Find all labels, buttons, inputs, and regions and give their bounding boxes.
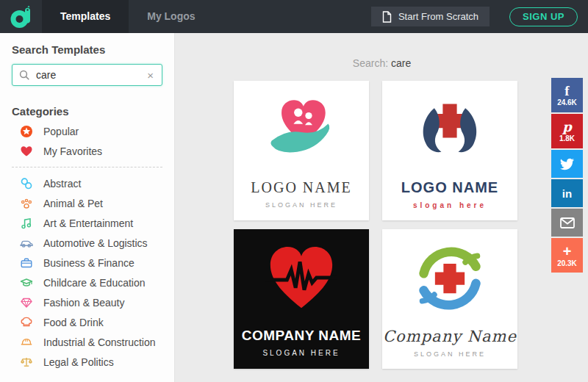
hard-hat-icon bbox=[20, 336, 33, 349]
template-logo-slogan: SLOGAN HERE bbox=[262, 349, 340, 357]
template-logo-name: Company Name bbox=[383, 328, 517, 345]
twitter-share-button[interactable] bbox=[551, 150, 583, 178]
category-label: My Favorites bbox=[43, 145, 102, 157]
cross-in-hands-logo bbox=[415, 90, 485, 172]
top-navbar: Templates My Logos Start From Scratch SI… bbox=[0, 0, 588, 33]
pinterest-icon: p bbox=[562, 120, 572, 134]
paw-icon bbox=[20, 197, 33, 210]
category-label: Legal & Politics bbox=[43, 356, 114, 368]
category-my-favorites[interactable]: My Favorites bbox=[12, 141, 162, 161]
category-animal-pet[interactable]: Animal & Pet bbox=[12, 193, 162, 213]
sidebar: Search Templates × Categories Popular bbox=[0, 33, 175, 382]
category-label: Animal & Pet bbox=[43, 198, 103, 209]
more-share-button[interactable]: + 20.3K bbox=[551, 238, 583, 273]
graduation-cap-icon bbox=[20, 276, 33, 289]
facebook-share-count: 24.6K bbox=[557, 98, 577, 107]
category-fashion-beauty[interactable]: Fashion & Beauty bbox=[12, 292, 162, 312]
diamond-icon bbox=[20, 296, 33, 309]
tab-templates[interactable]: Templates bbox=[42, 0, 129, 33]
cross-circle-hands-logo bbox=[415, 238, 485, 320]
category-label: Childcare & Education bbox=[43, 277, 146, 289]
facebook-share-button[interactable]: f 24.6K bbox=[551, 78, 583, 112]
category-food-drink[interactable]: Food & Drink bbox=[12, 312, 162, 332]
category-legal-politics[interactable]: Legal & Politics bbox=[12, 352, 162, 372]
twitter-bird-icon bbox=[560, 157, 574, 171]
search-templates-heading: Search Templates bbox=[12, 43, 162, 57]
sidebar-divider bbox=[12, 167, 162, 167]
brand-logo[interactable] bbox=[0, 0, 42, 33]
pinterest-share-count: 1.8K bbox=[559, 134, 575, 143]
template-logo-name: COMPANY NAME bbox=[242, 328, 362, 344]
category-label: Business & Finance bbox=[43, 257, 135, 269]
tab-my-logos[interactable]: My Logos bbox=[129, 0, 213, 33]
search-input[interactable] bbox=[36, 69, 146, 81]
designevo-logo-icon bbox=[10, 4, 33, 30]
template-card-heart-in-hand[interactable]: LOGO NAME SLOGAN HERE bbox=[234, 81, 369, 220]
facebook-icon: f bbox=[564, 84, 569, 98]
blank-document-icon bbox=[382, 11, 392, 23]
category-label: Food & Drink bbox=[43, 317, 104, 328]
plus-icon: + bbox=[563, 244, 572, 259]
category-label: Industrial & Construction bbox=[43, 336, 156, 348]
template-logo-slogan: SLOGAN HERE bbox=[265, 201, 337, 209]
category-label: Art & Entertainment bbox=[43, 217, 133, 229]
template-grid: LOGO NAME SLOGAN HERE LOGO NAME slogan h… bbox=[234, 81, 588, 369]
template-logo-name: LOGO NAME bbox=[251, 179, 351, 196]
results-area: Search: care LOGO NAME SLOGAN HERE bbox=[176, 33, 588, 382]
category-popular[interactable]: Popular bbox=[12, 121, 162, 141]
template-logo-name: LOGO NAME bbox=[401, 179, 498, 196]
music-note-icon bbox=[20, 217, 33, 230]
heart-in-hand-logo bbox=[266, 90, 337, 172]
template-search-box[interactable]: × bbox=[12, 64, 162, 86]
category-label: Abstract bbox=[43, 178, 81, 190]
category-automotive-logistics[interactable]: Automotive & Logistics bbox=[12, 233, 162, 253]
search-result-label: Search: care bbox=[176, 57, 588, 70]
sign-up-button[interactable]: SIGN UP bbox=[509, 7, 578, 26]
category-label: Automotive & Logistics bbox=[43, 237, 148, 249]
category-abstract[interactable]: Abstract bbox=[12, 173, 162, 193]
clear-search-icon[interactable]: × bbox=[146, 68, 155, 82]
template-logo-slogan: slogan here bbox=[413, 201, 487, 209]
scale-icon bbox=[20, 356, 33, 369]
social-share-rail: f 24.6K p 1.8K in + 20.3K bbox=[551, 78, 583, 274]
category-label: Fashion & Beauty bbox=[43, 297, 125, 309]
search-result-term: care bbox=[391, 57, 411, 69]
template-card-cross-in-hands[interactable]: LOGO NAME slogan here bbox=[382, 81, 517, 220]
template-card-cross-circle-hands[interactable]: Company Name SLOGAN HERE bbox=[382, 229, 517, 369]
search-result-prefix: Search: bbox=[353, 57, 388, 69]
start-from-scratch-label: Start From Scratch bbox=[398, 11, 478, 22]
category-business-finance[interactable]: Business & Finance bbox=[12, 253, 162, 273]
heart-icon bbox=[20, 145, 33, 158]
categories-list: Popular My Favorites Abstract bbox=[12, 121, 162, 372]
heartbeat-heart-logo bbox=[265, 238, 337, 320]
pinterest-share-button[interactable]: p 1.8K bbox=[551, 114, 583, 148]
linkedin-icon: in bbox=[562, 188, 572, 199]
car-icon bbox=[20, 237, 33, 250]
search-icon bbox=[19, 70, 30, 81]
linkedin-share-button[interactable]: in bbox=[551, 179, 583, 207]
email-share-button[interactable] bbox=[551, 209, 583, 237]
chef-hat-icon bbox=[20, 316, 33, 329]
categories-heading: Categories bbox=[12, 105, 162, 118]
category-industrial-construction[interactable]: Industrial & Construction bbox=[12, 332, 162, 352]
envelope-icon bbox=[560, 217, 575, 228]
start-from-scratch-button[interactable]: Start From Scratch bbox=[371, 7, 490, 26]
category-childcare-education[interactable]: Childcare & Education bbox=[12, 273, 162, 292]
category-art-entertainment[interactable]: Art & Entertainment bbox=[12, 213, 162, 233]
total-share-count: 20.3K bbox=[557, 259, 577, 267]
briefcase-icon bbox=[20, 256, 33, 270]
abstract-icon bbox=[20, 177, 33, 190]
template-card-heartbeat-heart[interactable]: COMPANY NAME SLOGAN HERE bbox=[234, 229, 369, 369]
category-label: Popular bbox=[43, 126, 79, 137]
template-logo-slogan: SLOGAN HERE bbox=[414, 350, 486, 358]
star-circle-icon bbox=[20, 125, 33, 138]
